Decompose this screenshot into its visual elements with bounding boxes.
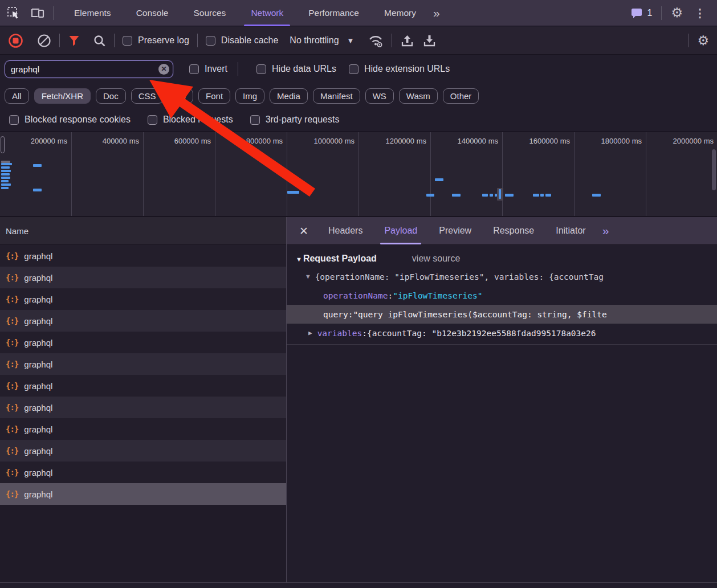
payload-root-row[interactable]: ▼ {operationName: "ipFlowTimeseries", va… — [287, 267, 717, 286]
payload-value: "query ipFlowTimeseries($accountTag: str… — [353, 310, 606, 319]
type-chip[interactable]: JS — [169, 88, 194, 104]
timeline-bar — [1, 173, 10, 175]
throttling-dropdown[interactable]: No throttling ▼ — [290, 35, 354, 46]
blocked-filters-row: Blocked response cookies Blocked request… — [0, 108, 717, 132]
details-tab[interactable]: Response — [482, 217, 545, 244]
checkbox-box — [349, 64, 358, 74]
json-request-icon: {:} — [6, 489, 18, 499]
network-overview-timeline[interactable]: 200000 ms400000 ms600000 ms800000 ms1000… — [0, 132, 717, 217]
disable-cache-checkbox[interactable]: Disable cache — [206, 35, 279, 46]
record-network-log-button[interactable] — [8, 33, 23, 48]
type-chip[interactable]: Other — [443, 88, 479, 104]
payload-query-row[interactable]: query: "query ipFlowTimeseries($accountT… — [287, 305, 717, 324]
timeline-bar — [1, 183, 11, 186]
request-row[interactable]: {:} graphql — [0, 353, 286, 375]
timeline-bar — [533, 194, 539, 197]
preserve-log-checkbox[interactable]: Preserve log — [123, 35, 189, 46]
blocked-requests-checkbox[interactable]: Blocked requests — [148, 115, 233, 125]
request-row[interactable]: {:} graphql — [0, 397, 286, 418]
network-toolbar: Preserve log Disable cache No throttling… — [0, 27, 717, 55]
type-chip[interactable]: Manifest — [313, 88, 360, 104]
type-chip[interactable]: CSS — [131, 88, 164, 104]
type-chip[interactable]: Doc — [96, 88, 126, 104]
details-tab[interactable]: Preview — [428, 217, 482, 244]
request-row[interactable]: {:} graphql — [0, 267, 286, 288]
device-toolbar-icon[interactable] — [30, 6, 45, 19]
panel-tab[interactable]: Sources — [181, 0, 239, 26]
request-name: graphql — [24, 360, 52, 369]
panel-tab[interactable]: Console — [124, 0, 181, 26]
request-type-chips: AllFetch/XHRDocCSSJSFontImgMediaManifest… — [0, 83, 717, 108]
request-row[interactable]: {:} graphql — [0, 310, 286, 332]
import-har-icon[interactable] — [400, 34, 414, 48]
hide-data-urls-checkbox[interactable]: Hide data URLs — [256, 64, 336, 74]
request-row[interactable]: {:} graphql — [0, 245, 286, 267]
type-chip[interactable]: Media — [270, 88, 308, 104]
checkbox-box — [189, 64, 199, 74]
blocked-requests-label: Blocked requests — [163, 115, 233, 125]
collapse-triangle-icon: ▼ — [296, 256, 302, 263]
issues-count: 1 — [647, 8, 652, 18]
details-tab[interactable]: Payload — [373, 217, 428, 244]
type-chip[interactable]: Fetch/XHR — [34, 88, 91, 104]
invert-checkbox[interactable]: Invert — [189, 64, 227, 74]
request-row[interactable]: {:} graphql — [0, 462, 286, 483]
inspect-element-icon[interactable] — [7, 6, 20, 19]
panel-tab[interactable]: Elements — [62, 0, 124, 26]
timeline-bar — [287, 191, 299, 194]
request-row[interactable]: {:} graphql — [0, 288, 286, 310]
settings-gear-icon[interactable]: ⚙ — [671, 6, 683, 19]
issues-counter[interactable]: 1 — [630, 7, 652, 19]
more-tabs-icon[interactable]: » — [429, 6, 443, 20]
third-party-requests-label: 3rd-party requests — [266, 115, 340, 125]
toolbar-divider-5 — [689, 34, 689, 47]
request-name: graphql — [24, 295, 52, 304]
panel-tab[interactable]: Network — [238, 0, 296, 26]
clear-filter-icon[interactable]: ✕ — [158, 64, 169, 75]
details-tabs: HeadersPayloadPreviewResponseInitiator — [317, 217, 597, 244]
blocked-response-cookies-checkbox[interactable]: Blocked response cookies — [9, 115, 131, 125]
name-column-header[interactable]: Name — [0, 217, 286, 245]
hide-extension-urls-checkbox[interactable]: Hide extension URLs — [349, 64, 450, 74]
json-request-icon: {:} — [6, 338, 18, 347]
filter-funnel-icon[interactable] — [68, 34, 80, 47]
export-har-icon[interactable] — [422, 34, 437, 48]
request-row[interactable]: {:} graphql — [0, 418, 286, 440]
details-tab[interactable]: Initiator — [545, 217, 596, 244]
bottom-edge-bar — [0, 582, 717, 588]
network-settings-gear-icon[interactable]: ⚙ — [697, 34, 709, 47]
view-source-link[interactable]: view source — [412, 254, 460, 264]
request-row[interactable]: {:} graphql — [0, 440, 286, 462]
request-name: graphql — [24, 316, 52, 326]
filter-input[interactable] — [5, 64, 173, 74]
devtools-topbar: ElementsConsoleSourcesNetworkPerformance… — [0, 0, 717, 26]
timeline-bar — [1, 177, 10, 179]
details-more-tabs-icon[interactable]: » — [597, 217, 614, 244]
network-conditions-icon[interactable] — [368, 34, 384, 47]
request-row[interactable]: {:} graphql — [0, 483, 286, 505]
filter-box: ✕ — [5, 60, 173, 78]
payload-operation-row[interactable]: operationName: "ipFlowTimeseries" — [287, 286, 717, 305]
payload-variables-row[interactable]: ▶ variables: {accountTag: "b12e3b2192ee5… — [287, 324, 717, 342]
type-chip[interactable]: All — [5, 88, 29, 104]
request-row[interactable]: {:} graphql — [0, 375, 286, 397]
request-name: graphql — [24, 338, 52, 348]
panel-tab[interactable]: Performance — [296, 0, 372, 26]
details-tab[interactable]: Headers — [317, 217, 373, 244]
type-chip[interactable]: Font — [198, 88, 230, 104]
kebab-menu-icon[interactable]: ⋮ — [692, 6, 708, 20]
type-chip[interactable]: WS — [365, 88, 394, 104]
topbar-divider — [53, 6, 54, 20]
type-chip[interactable]: Img — [235, 88, 264, 104]
third-party-requests-checkbox[interactable]: 3rd-party requests — [250, 115, 340, 125]
clear-network-log-button[interactable] — [37, 34, 51, 48]
request-row[interactable]: {:} graphql — [0, 332, 286, 353]
timeline-scrollbar-thumb[interactable] — [712, 149, 716, 190]
panel-tabs: ElementsConsoleSourcesNetworkPerformance… — [62, 0, 429, 26]
panel-tab[interactable]: Memory — [372, 0, 429, 26]
search-icon[interactable] — [93, 34, 106, 47]
type-chip[interactable]: Wasm — [399, 88, 438, 104]
close-details-icon[interactable]: ✕ — [287, 217, 317, 244]
request-payload-title[interactable]: ▼Request Payload — [296, 254, 377, 264]
timeline-left-handle[interactable] — [1, 136, 5, 153]
